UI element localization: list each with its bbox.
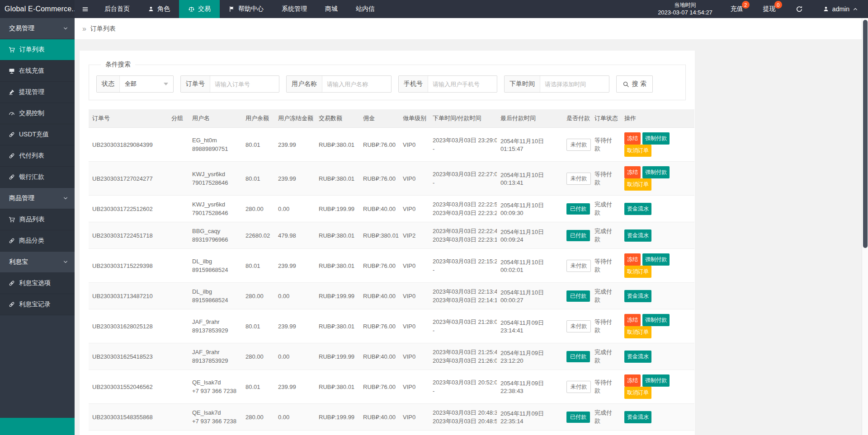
sidebar-item-online-recharge[interactable]: 在线充值 [0,61,75,82]
sidebar-section-goods-manage[interactable]: 商品管理 [0,188,75,209]
trade-amount-cell: RUB₽:380.01 [315,222,359,249]
phone-input[interactable] [428,76,497,92]
phone-label: 手机号 [399,76,428,92]
page-scrollbar[interactable] [862,18,868,435]
cancel-order-button[interactable]: 取消订单 [624,266,651,278]
link-icon [9,238,15,244]
sidebar-item-goods-list[interactable]: 商品列表 [0,209,75,230]
frozen-amount-cell: 239.99 [274,370,315,404]
freeze-button[interactable]: 冻结 [624,253,641,266]
nav-item-site-message[interactable]: 站内信 [347,0,384,18]
admin-menu[interactable]: admin [813,0,868,18]
funds-flow-button[interactable]: 资金流水 [624,203,651,215]
freeze-button[interactable]: 冻结 [624,132,641,145]
nav-item-back-home[interactable]: 后台首页 [95,0,139,18]
sidebar-section-lixibao[interactable]: 利息宝 [0,252,75,273]
funds-flow-button[interactable]: 资金流水 [624,290,651,302]
gauge-icon [9,110,15,117]
order-number-cell: UB2303031715229398 [89,249,168,283]
sidebar-section-trade-manage[interactable]: 交易管理 [0,18,75,39]
admin-username: admin [832,5,849,13]
actions-cell: 冻结强制付款取消订单 [621,309,694,343]
scrollbar-thumb[interactable] [863,20,868,248]
order-time: 2023年03月03日 22:22:51 [433,200,493,209]
funds-flow-button[interactable]: 资金流水 [624,411,651,423]
order-number-cell: UB2303031548355868 [89,404,168,430]
username-input[interactable] [322,76,391,92]
sidebar-toggle-button[interactable] [75,0,95,18]
user-phone: +7 937 366 7238 [192,417,238,426]
refresh-button[interactable] [786,0,813,18]
status-select[interactable]: 全部 [120,76,173,92]
pay-status-cell: 未付款 [563,128,591,162]
sidebar-item-order-list[interactable]: 订单列表 [0,39,75,61]
nav-item-roles[interactable]: 角色 [139,0,179,18]
sidebar-item-label: 商品列表 [19,215,45,224]
force-pay-button[interactable]: 强制付款 [642,132,670,145]
nav-item-system-manage[interactable]: 系统管理 [273,0,316,18]
sidebar-section-title: 利息宝 [9,258,28,266]
freeze-button[interactable]: 冻结 [624,314,641,326]
topbar-right: 当地时间 2023-03-07 14:54:27 充值 2 提现 0 admin [650,0,868,18]
page-title: 订单列表 [90,25,116,33]
frozen-amount-cell: 0.00 [274,404,315,430]
force-pay-button[interactable]: 强制付款 [642,374,670,387]
actions-cell: 冻结强制付款取消订单 [621,128,694,162]
paid-badge: 已付款 [566,230,590,241]
flag-icon [229,6,235,12]
sidebar-item-label: 订单列表 [19,46,45,54]
order-pay-time-cell: 2023年03月03日 20:37:322023年03月03日 20:38:03 [429,430,497,435]
force-pay-button[interactable]: 强制付款 [642,166,670,178]
frozen-amount-cell: 239.99 [274,128,315,162]
sidebar-item-lixibao-records[interactable]: 利息宝记录 [0,294,75,315]
cancel-order-button[interactable]: 取消订单 [624,178,651,191]
vip-level-cell: VIP0 [399,404,429,430]
force-pay-button[interactable]: 强制付款 [642,314,670,326]
sidebar-item-daifu-list[interactable]: 代付列表 [0,145,75,167]
column-header: 交易数额 [315,109,359,128]
order-pay-time-cell: 2023年03月03日 22:22:512023年03月03日 22:23:21 [429,196,497,222]
sidebar-item-usdt-recharge[interactable]: USDT充值 [0,124,75,145]
order-number-cell: UB2303031722512602 [89,196,168,222]
sidebar-item-bank-remit[interactable]: 银行汇款 [0,167,75,188]
user-cell: EG_ht0m89889890751 [189,128,242,162]
actions-cell: 资金流水 [621,404,694,430]
order-time-input[interactable] [540,76,609,92]
sidebar-item-trade-control[interactable]: 交易控制 [0,103,75,124]
withdraw-button[interactable]: 提现 0 [753,0,786,18]
nav-item-label: 商城 [325,5,338,13]
sidebar-item-label: 商品分类 [19,237,44,245]
order-no-input[interactable] [210,76,279,92]
sidebar-item-lixibao-options[interactable]: 利息宝选项 [0,273,75,294]
frozen-amount-cell: 239.99 [274,162,315,196]
nav-item-label: 系统管理 [282,5,307,13]
cancel-order-button[interactable]: 取消订单 [624,326,651,338]
order-list-card: 条件搜索 状态 全部 订单号 用户名称 [80,51,695,435]
app-logo: Global E-Commerce... [0,0,75,18]
paid-badge: 已付款 [566,412,590,423]
recharge-button[interactable]: 充值 2 [721,0,753,18]
user-name: DL_ilbg [192,287,238,296]
freeze-button[interactable]: 冻结 [624,166,641,178]
cancel-order-button[interactable]: 取消订单 [624,387,651,399]
balance-cell: 80.01 [242,162,274,196]
chevron-down-icon [63,26,68,31]
actions-cell: 冻结强制付款取消订单 [621,162,694,196]
sidebar-item-goods-category[interactable]: 商品分类 [0,230,75,252]
search-button[interactable]: 搜 索 [616,75,653,93]
funds-flow-button[interactable]: 资金流水 [624,229,651,242]
pay-status-cell: 未付款 [563,370,591,404]
cancel-order-button[interactable]: 取消订单 [624,145,651,157]
nav-item-mall[interactable]: 商城 [316,0,347,18]
force-pay-button[interactable]: 强制付款 [642,253,670,266]
nav-item-help-center[interactable]: 帮助中心 [220,0,273,18]
column-header: 分组 [168,109,189,128]
pay-status-cell: 已付款 [563,404,591,430]
funds-flow-button[interactable]: 资金流水 [624,351,651,363]
freeze-button[interactable]: 冻结 [624,374,641,387]
sidebar: 交易管理订单列表在线充值提现管理交易控制USDT充值代付列表银行汇款商品管理商品… [0,18,75,435]
sidebar-item-withdraw-manage[interactable]: 提现管理 [0,82,75,103]
trade-amount-cell: RUB₽:380.01 [315,128,359,162]
last-pay-time-cell: 2054年11月10日 00:13:41 [497,162,563,196]
nav-item-trade[interactable]: 交易 [179,0,220,18]
